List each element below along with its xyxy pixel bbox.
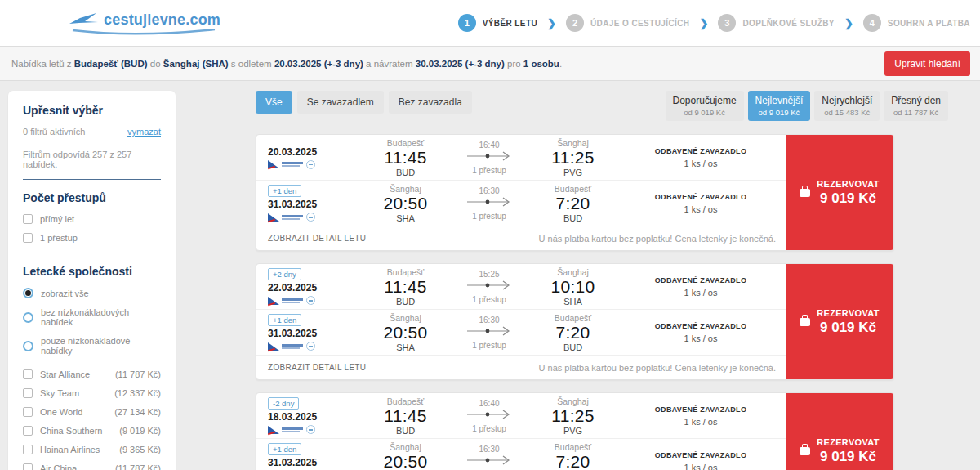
step-label: SOUHRN A PLATBA <box>888 19 970 28</box>
airline-logos <box>268 296 363 305</box>
step-3[interactable]: 3 DOPLŇKOVÉ SLUŽBY <box>718 14 835 32</box>
reserve-label: REZERVOVAT <box>817 179 879 189</box>
arrival-airport-code: SHA <box>530 297 616 307</box>
reserve-button[interactable]: REZERVOVAT 9 019 Kč <box>786 135 893 250</box>
flight-arrow-icon <box>466 150 513 162</box>
reserve-price: 9 019 Kč <box>817 320 879 336</box>
results-main: VšeSe zavazadlemBez zavazadla Doporučuje… <box>256 91 948 470</box>
sort-button-2[interactable]: Nejrychlejší od 15 483 Kč <box>814 91 880 121</box>
departure-time: 20:50 <box>363 323 448 342</box>
flight-duration: 16:40 <box>448 141 530 150</box>
arrival-city: Šanghaj <box>530 267 616 277</box>
summary-text-part: a návratem <box>363 59 416 69</box>
departure-endpoint: Budapešť 11:45 BUD <box>363 396 448 436</box>
arrival-time: 7:20 <box>530 452 616 470</box>
flight-duration: 16:30 <box>448 186 530 195</box>
airline-checkbox-4[interactable]: Hainan Airlines (9 365 Kč) <box>23 445 161 454</box>
stops-count: 1 přestup <box>448 212 530 221</box>
airline-logo-badge-icon <box>306 342 315 351</box>
stops-option-0[interactable]: přímý let <box>23 214 161 224</box>
arrival-city: Budapešť <box>530 442 616 452</box>
segment-date: 31.03.2025 <box>268 328 363 339</box>
tab-0[interactable]: Vše <box>256 91 292 114</box>
option-label: bez nízkonákladových nabídek <box>41 307 161 327</box>
sort-price: od 11 787 Kč <box>891 108 941 117</box>
step-number: 1 <box>458 14 476 32</box>
day-offset-badge: +1 den <box>268 443 301 455</box>
baggage-value: 1 ks / os <box>616 417 786 427</box>
reserve-button[interactable]: REZERVOVAT 9 019 Kč <box>786 264 893 379</box>
departure-airport-code: SHA <box>363 213 448 223</box>
segment-info: +2 dny 22.03.2025 <box>256 268 363 305</box>
checkbox-icon <box>23 388 33 398</box>
departure-airport-code: BUD <box>363 297 448 307</box>
arrival-city: Budapešť <box>530 184 616 194</box>
show-detail-link[interactable]: ZOBRAZIT DETAIL LETU <box>268 234 366 243</box>
baggage-title: ODBAVENÉ ZAVAZADLO <box>616 276 786 284</box>
edit-search-button[interactable]: Upravit hledání <box>884 51 970 76</box>
summary-text-part: Nabídka letů z <box>11 59 74 69</box>
stops-option-1[interactable]: 1 přestup <box>23 233 161 243</box>
baggage-title: ODBAVENÉ ZAVAZADLO <box>616 451 786 459</box>
arrival-time: 7:20 <box>530 194 616 213</box>
reserve-label: REZERVOVAT <box>817 308 879 318</box>
departure-endpoint: Budapešť 11:45 BUD <box>363 138 448 177</box>
checkbox-icon <box>23 369 33 379</box>
departure-city: Šanghaj <box>363 184 448 194</box>
step-2[interactable]: 2 ÚDAJE O CESTUJÍCÍCH <box>566 14 690 32</box>
radio-icon <box>23 312 33 323</box>
segment-date: 22.03.2025 <box>268 282 363 293</box>
airline-checkbox-1[interactable]: Sky Team (12 337 Kč) <box>23 388 161 398</box>
reserve-button[interactable]: REZERVOVAT 9 019 Kč <box>786 393 893 470</box>
baggage-value: 1 ks / os <box>616 204 786 214</box>
airline-checkbox-0[interactable]: Star Alliance (11 787 Kč) <box>23 369 161 379</box>
option-price: (12 337 Kč) <box>114 388 161 398</box>
airline-checkbox-5[interactable]: Air China (11 787 Kč) <box>23 463 161 470</box>
sort-button-0[interactable]: Doporučujeme od 9 019 Kč <box>666 91 744 121</box>
sort-label: Nejrychlejší <box>822 95 872 106</box>
sort-button-1[interactable]: Nejlevnější od 9 019 Kč <box>748 91 811 121</box>
flight-card-1: +2 dny 22.03.2025 Budapešť 11:45 BUD 15:… <box>256 263 894 380</box>
baggage-tabs: VšeSe zavazadlemBez zavazadla <box>256 91 472 114</box>
arrival-endpoint: Budapešť 7:20 BUD <box>530 442 616 470</box>
baggage-info: ODBAVENÉ ZAVAZADLO 1 ks / os <box>616 276 786 298</box>
site-logo[interactable]: cestujlevne.com <box>69 11 220 35</box>
content: Upřesnit výběr 0 filtrů aktivních vymaza… <box>0 81 980 470</box>
airline-logo-china-southern <box>268 297 303 305</box>
airline-logos <box>268 160 363 169</box>
airline-checkbox-3[interactable]: China Southern (9 019 Kč) <box>23 426 161 436</box>
radio-icon <box>23 341 33 351</box>
segment-date: 31.03.2025 <box>268 457 363 468</box>
flight-arrow-icon <box>466 325 513 337</box>
tab-1[interactable]: Se zavazadlem <box>297 91 384 114</box>
chevron-right-icon: ❯ <box>844 17 853 29</box>
airline-logos <box>268 425 363 434</box>
flight-card-body: +2 dny 22.03.2025 Budapešť 11:45 BUD 15:… <box>256 264 786 379</box>
step-1[interactable]: 1 VÝBĚR LETU <box>458 14 537 32</box>
suitcase-icon <box>800 447 810 455</box>
sort-button-3[interactable]: Přesný den od 11 787 Kč <box>884 91 948 121</box>
card-footer: ZOBRAZIT DETAIL LETU U nás platba kartou… <box>256 356 786 379</box>
clear-filters-link[interactable]: vymazat <box>127 127 161 137</box>
baggage-title: ODBAVENÉ ZAVAZADLO <box>616 193 786 201</box>
show-detail-link[interactable]: ZOBRAZIT DETAIL LETU <box>268 363 366 372</box>
departure-airport-code: BUD <box>363 426 448 436</box>
airline-radio-1[interactable]: bez nízkonákladových nabídek <box>23 307 161 327</box>
airline-logos <box>268 213 363 222</box>
segment-info: -2 dny 18.03.2025 <box>256 397 363 434</box>
departure-time: 11:45 <box>363 148 448 168</box>
airline-radio-2[interactable]: pouze nízkonákladové nabídky <box>23 336 161 356</box>
duration-block: 16:40 1 přestup <box>448 399 530 433</box>
flight-card-2: -2 dny 18.03.2025 Budapešť 11:45 BUD 16:… <box>256 392 894 470</box>
tab-2[interactable]: Bez zavazadla <box>389 91 472 114</box>
step-4[interactable]: 4 SOUHRN A PLATBA <box>863 14 970 32</box>
airline-checkbox-2[interactable]: One World (27 134 Kč) <box>23 407 161 417</box>
summary-text-part: pro <box>505 59 523 69</box>
checkbox-icon <box>23 214 33 224</box>
summary-highlight: Budapešť (BUD) <box>74 59 148 69</box>
arrival-endpoint: Budapešť 7:20 BUD <box>530 313 616 352</box>
arrival-time: 7:20 <box>530 323 616 342</box>
baggage-title: ODBAVENÉ ZAVAZADLO <box>616 322 786 330</box>
departure-endpoint: Šanghaj 20:50 SHA <box>363 184 448 223</box>
airline-radio-0[interactable]: zobrazit vše <box>23 288 161 298</box>
